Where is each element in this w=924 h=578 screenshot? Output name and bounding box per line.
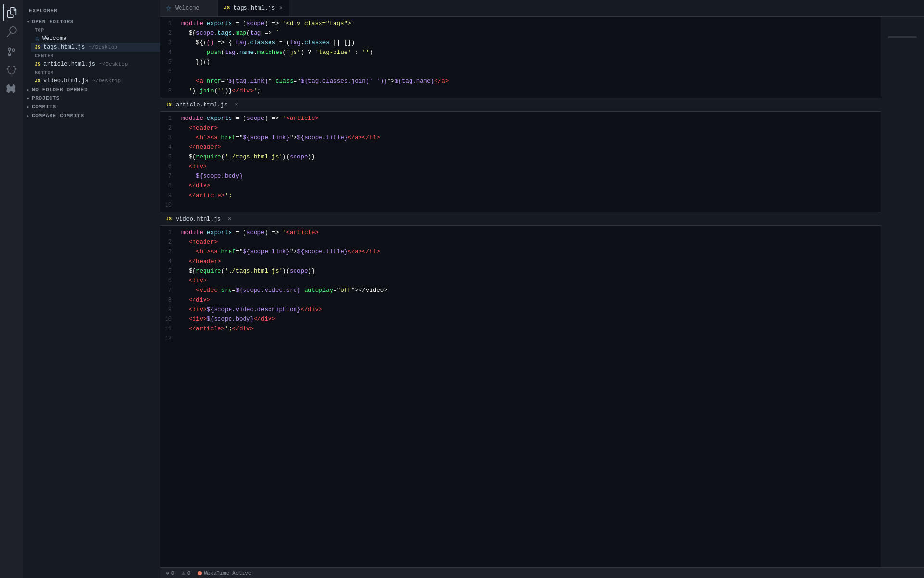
- js-icon-video: JS: [35, 79, 40, 84]
- no-folder-header[interactable]: ▸ NO FOLDER OPENED: [23, 85, 160, 94]
- vscode-tab-icon: ⚝: [166, 5, 171, 11]
- sidebar-file-article[interactable]: JS article.html.js ~/Desktop: [31, 60, 160, 68]
- code-line: 9 <div>${scope.video.description}</div>: [160, 305, 881, 315]
- code-section-video: JS video.html.js × 1 module.exports = (s…: [160, 212, 881, 345]
- wakatime-dot: [198, 571, 202, 575]
- code-line: 3 <h1><a href="${scope.link}">${scope.ti…: [160, 133, 881, 143]
- tab-welcome[interactable]: ⚝ Welcome: [160, 0, 218, 16]
- commits-label: COMMITS: [32, 104, 56, 110]
- code-line: 6 <div>: [160, 162, 881, 171]
- code-line: 2 <header>: [160, 123, 881, 133]
- sidebar: EXPLORER ▾ OPEN EDITORS TOP ⚝ Welcome JS…: [23, 0, 160, 578]
- code-line: 10 <div>${scope.body}</div>: [160, 315, 881, 324]
- commits-section: ▸ COMMITS: [23, 103, 160, 111]
- code-line: 8 </div>: [160, 181, 881, 191]
- video-header: JS video.html.js ×: [160, 212, 881, 226]
- sidebar-file-tags[interactable]: JS tags.html.js ~/Desktop: [31, 43, 160, 52]
- compare-commits-section: ▸ COMPARE COMMITS: [23, 111, 160, 120]
- tab-close-button[interactable]: ×: [279, 5, 282, 12]
- code-line: 5 ${require('./tags.html.js')(scope)}: [160, 152, 881, 162]
- file-name-video: video.html.js: [43, 78, 89, 84]
- chevron-right-icon-commits: ▸: [27, 105, 30, 110]
- code-line: 2 ${scope.tags.map(tag => `: [160, 28, 881, 38]
- no-folder-label: NO FOLDER OPENED: [32, 87, 88, 92]
- code-section-tags: 1 module.exports = (scope) => '<div clas…: [160, 17, 881, 98]
- minimap-panel: [881, 17, 924, 567]
- open-editors-section: ▾ OPEN EDITORS TOP ⚝ Welcome JS tags.htm…: [23, 17, 160, 85]
- projects-header[interactable]: ▸ PROJECTS: [23, 94, 160, 103]
- tab-welcome-label: Welcome: [175, 5, 199, 12]
- activity-bar: [0, 0, 23, 578]
- warning-count-label: 0: [187, 570, 191, 576]
- code-line: 6 <div>: [160, 276, 881, 286]
- files-icon[interactable]: [3, 4, 20, 21]
- code-block-video: 1 module.exports = (scope) => '<article>…: [160, 226, 881, 345]
- js-icon-article: JS: [35, 62, 40, 67]
- code-line: 7 ${scope.body}: [160, 171, 881, 181]
- center-subsection: CENTER JS article.html.js ~/Desktop: [23, 52, 160, 68]
- file-path-article: ~/Desktop: [99, 61, 128, 67]
- tab-bar: ⚝ Welcome JS tags.html.js ×: [160, 0, 924, 17]
- code-block-tags: 1 module.exports = (scope) => '<div clas…: [160, 17, 881, 98]
- debug-icon[interactable]: [3, 62, 20, 79]
- code-line: 5 })(): [160, 57, 881, 67]
- source-control-icon[interactable]: [3, 42, 20, 60]
- code-line: 3 <h1><a href="${scope.link}">${scope.ti…: [160, 247, 881, 257]
- sidebar-file-video[interactable]: JS video.html.js ~/Desktop: [31, 77, 160, 85]
- scroll-indicator: [888, 36, 917, 38]
- center-label: CENTER: [31, 52, 160, 60]
- article-header: JS article.html.js ×: [160, 98, 881, 112]
- code-block-article: 1 module.exports = (scope) => '<article>…: [160, 112, 881, 212]
- warning-count: ⚠ 0: [182, 570, 190, 576]
- extensions-icon[interactable]: [3, 81, 20, 98]
- commits-header[interactable]: ▸ COMMITS: [23, 103, 160, 111]
- code-line: 10: [160, 200, 881, 210]
- js-tab-icon: JS: [224, 5, 230, 11]
- video-close-button[interactable]: ×: [228, 215, 231, 223]
- code-line: 4 </header>: [160, 143, 881, 152]
- vscode-icon: ⚝: [35, 36, 39, 41]
- code-line: 11 </article>';</div>: [160, 324, 881, 334]
- code-line: 3 ${(() => { tag.classes = (tag.classes …: [160, 38, 881, 48]
- video-file-title: video.html.js: [176, 216, 221, 223]
- bottom-label: BOTTOM: [31, 68, 160, 77]
- open-editors-header[interactable]: ▾ OPEN EDITORS: [23, 17, 160, 26]
- file-name-welcome: Welcome: [42, 35, 66, 42]
- top-subsection: TOP ⚝ Welcome JS tags.html.js ~/Desktop: [23, 26, 160, 52]
- code-section-article: JS article.html.js × 1 module.exports = …: [160, 98, 881, 212]
- code-line: 7 <a href="${tag.link}" class="${tag.cla…: [160, 77, 881, 86]
- code-line: 2 <header>: [160, 237, 881, 247]
- warning-icon: ⚠: [182, 570, 185, 576]
- article-close-button[interactable]: ×: [234, 101, 238, 108]
- search-icon[interactable]: [3, 23, 20, 40]
- code-line: 8 </div>: [160, 295, 881, 305]
- sidebar-file-welcome[interactable]: ⚝ Welcome: [31, 34, 160, 43]
- tab-tags[interactable]: JS tags.html.js ×: [218, 0, 289, 16]
- tab-tags-label: tags.html.js: [233, 5, 275, 12]
- main-editor: ⚝ Welcome JS tags.html.js × 1 module.exp…: [160, 0, 924, 578]
- code-line: 12: [160, 334, 881, 343]
- file-name-article: article.html.js: [43, 61, 95, 67]
- chevron-down-icon: ▾: [27, 19, 30, 25]
- code-line: 8 ').join('')}</div>';: [160, 86, 881, 96]
- file-path-video: ~/Desktop: [92, 78, 121, 84]
- wakatime-label: WakaTime Active: [204, 570, 251, 576]
- editor-content[interactable]: 1 module.exports = (scope) => '<div clas…: [160, 17, 881, 567]
- chevron-right-icon-projects: ▸: [27, 96, 30, 101]
- js-badge-article: JS: [166, 102, 172, 107]
- open-editors-label: OPEN EDITORS: [32, 19, 74, 25]
- wakatime-status: WakaTime Active: [198, 570, 251, 576]
- code-line: 5 ${require('./tags.html.js')(scope)}: [160, 266, 881, 276]
- code-line: 9 </article>';: [160, 191, 881, 200]
- status-bar: ⊗ 0 ⚠ 0 WakaTime Active: [160, 567, 924, 578]
- editor-with-scroll: 1 module.exports = (scope) => '<div clas…: [160, 17, 924, 567]
- error-icon: ⊗: [166, 570, 169, 576]
- code-line: 7 <video src=${scope.video.src} autoplay…: [160, 286, 881, 295]
- file-name-tags: tags.html.js: [43, 44, 85, 51]
- js-badge-video: JS: [166, 216, 172, 222]
- error-count-label: 0: [171, 570, 175, 576]
- code-line: 1 module.exports = (scope) => '<div clas…: [160, 19, 881, 28]
- file-path-tags: ~/Desktop: [89, 44, 117, 50]
- compare-commits-header[interactable]: ▸ COMPARE COMMITS: [23, 111, 160, 120]
- chevron-right-icon-compare: ▸: [27, 113, 30, 118]
